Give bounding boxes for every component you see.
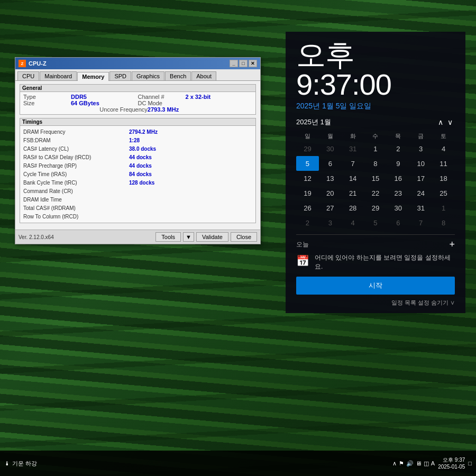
calendar-day[interactable]: 18 [432, 171, 455, 186]
calendar-day[interactable]: 6 [319, 156, 342, 171]
calendar-day[interactable]: 3 [409, 141, 432, 156]
calendar-day[interactable]: 4 [342, 215, 364, 230]
validate-button[interactable]: Validate [196, 232, 228, 242]
cpuz-title: CPU-Z [29, 60, 230, 67]
calendar-day[interactable]: 20 [319, 186, 342, 200]
taskbar-clock[interactable]: 오후 9:37 2025-01-05 [438, 456, 465, 470]
general-body: Type DDR5 Channel # 2 x 32-bit Size 64 G… [20, 92, 255, 114]
tab-about[interactable]: About [191, 71, 216, 80]
tab-mainboard[interactable]: Mainboard [40, 71, 77, 80]
cpuz-footer: Ver. 2.12.0.x64 Tools ▼ Validate Close [15, 230, 260, 244]
calendar-day[interactable]: 24 [409, 186, 432, 200]
calendar-day[interactable]: 10 [409, 156, 432, 171]
calendar-day[interactable]: 4 [432, 141, 455, 156]
calendar-day[interactable]: 21 [342, 186, 364, 200]
date-display: 2025년 1월 5일 일요일 [296, 102, 455, 111]
calendar-day[interactable]: 27 [319, 200, 342, 215]
calendar-day[interactable]: 8 [364, 156, 387, 171]
timings-title: Timings [20, 118, 255, 126]
calendar-day[interactable]: 8 [432, 215, 455, 230]
calendar-day[interactable]: 3 [319, 215, 342, 230]
tab-memory[interactable]: Memory [77, 72, 109, 81]
taskbar-date: 2025-01-05 [438, 463, 465, 470]
notification-button[interactable]: □ [468, 460, 472, 466]
calendar-day[interactable]: 31 [409, 200, 432, 215]
close-button[interactable]: ✕ [249, 60, 257, 67]
calendar-day[interactable]: 9 [387, 156, 409, 171]
taskbar-thermometer-icon: 🌡 [4, 460, 10, 466]
calendar-day[interactable]: 29 [296, 141, 319, 156]
calendar-day[interactable]: 2 [387, 141, 409, 156]
agenda-add-button[interactable]: + [449, 239, 455, 250]
calendar-day[interactable]: 30 [319, 141, 342, 156]
timing-label: DRAM Frequency [23, 129, 129, 135]
calendar-day[interactable]: 28 [342, 200, 364, 215]
calendar-next-button[interactable]: ∨ [445, 118, 455, 126]
calendar-day[interactable]: 15 [364, 171, 387, 186]
calendar-day[interactable]: 17 [409, 171, 432, 186]
calendar-day[interactable]: 6 [387, 215, 409, 230]
timing-value: 2794.2 MHz [129, 129, 158, 135]
close-button[interactable]: Close [231, 232, 257, 242]
timing-value: 44 docks [129, 154, 152, 160]
taskbar-right: ∧ ⚑ 🔊 🖥 ◫ A 오후 9:37 2025-01-05 □ [392, 456, 472, 470]
calendar-day[interactable]: 12 [296, 171, 319, 186]
window-controls: _ □ ✕ [230, 60, 257, 67]
taskbar: 🌡 기운 하강 ∧ ⚑ 🔊 🖥 ◫ A 오후 9:37 2025-01-05 □ [0, 451, 476, 476]
cal-day-header: 화 [342, 131, 364, 141]
timing-row: Row To Column (tRCD) [23, 213, 252, 221]
tab-cpu[interactable]: CPU [17, 71, 39, 80]
cpuz-titlebar[interactable]: Z CPU-Z _ □ ✕ [15, 58, 260, 69]
calendar-day[interactable]: 7 [409, 215, 432, 230]
maximize-button[interactable]: □ [239, 60, 248, 67]
calendar-day[interactable]: 23 [387, 186, 409, 200]
start-button[interactable]: 시작 [296, 277, 455, 295]
schedule-hide-toggle[interactable]: 일정 목록 설정 숨기기 ∨ [296, 299, 455, 307]
calendar-day[interactable]: 31 [342, 141, 364, 156]
calendar-day[interactable]: 19 [296, 186, 319, 200]
calendar-day[interactable]: 13 [319, 171, 342, 186]
calendar-day[interactable]: 14 [342, 171, 364, 186]
tab-bench[interactable]: Bench [165, 71, 191, 80]
calendar-day[interactable]: 30 [387, 200, 409, 215]
calendar-prev-button[interactable]: ∧ [436, 118, 445, 126]
uncore-label: Uncore Frequency [99, 106, 148, 113]
calendar-day[interactable]: 25 [432, 186, 455, 200]
minimize-button[interactable]: _ [230, 60, 238, 67]
agenda-title: 오늘 [296, 240, 309, 249]
type-value: DDR5 [71, 94, 87, 100]
size-dcmode-row: Size 64 GBytes DC Mode [23, 100, 252, 106]
calendar-week-row: 12131415161718 [296, 171, 455, 186]
calendar-day[interactable]: 22 [364, 186, 387, 200]
calendar-week-row: 2627282930311 [296, 200, 455, 215]
timing-row: RAS# Precharge (tRP)44 docks [23, 162, 252, 170]
calendar-day[interactable]: 5 [296, 156, 319, 171]
tab-spd[interactable]: SPD [109, 71, 131, 80]
calendar-week-row: 19202122232425 [296, 186, 455, 200]
calendar-week-row: 2930311234 [296, 141, 455, 156]
chevron-icon[interactable]: ∧ [392, 460, 397, 467]
timing-label: Total CAS# (tRDRAM) [23, 205, 129, 211]
cpuz-window: Z CPU-Z _ □ ✕ CPU Mainboard Memory SPD G… [15, 57, 261, 244]
calendar-day[interactable]: 11 [432, 156, 455, 171]
calendar-day[interactable]: 5 [364, 215, 387, 230]
cal-day-header: 월 [319, 131, 342, 141]
general-title: General [20, 85, 255, 92]
calendar-day[interactable]: 2 [296, 215, 319, 230]
calendar-day[interactable]: 7 [342, 156, 364, 171]
tab-graphics[interactable]: Graphics [132, 71, 164, 80]
volume-icon: ◫ [424, 460, 429, 467]
calendar-day[interactable]: 16 [387, 171, 409, 186]
calendar-day[interactable]: 29 [364, 200, 387, 215]
timing-row: CAS# Latency (CL)38.0 docks [23, 145, 252, 153]
channel-label: Channel # [138, 94, 186, 100]
tools-dropdown-button[interactable]: ▼ [183, 232, 194, 242]
calendar-day[interactable]: 1 [364, 141, 387, 156]
calendar-day[interactable]: 1 [432, 200, 455, 215]
lang-indicator[interactable]: A [431, 460, 435, 466]
calendar-day[interactable]: 26 [296, 200, 319, 215]
tools-button[interactable]: Tools [155, 232, 181, 242]
speaker-icon[interactable]: 🔊 [406, 460, 414, 467]
cal-day-header: 수 [364, 131, 387, 141]
calendar-icon: 📅 [296, 254, 309, 267]
